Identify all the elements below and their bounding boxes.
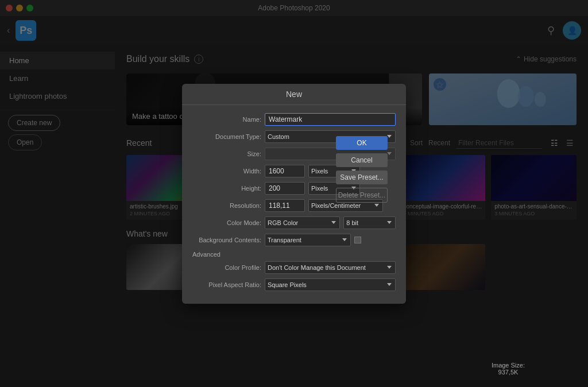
modal-title: New (182, 84, 406, 105)
color-mode-label: Color Mode: (192, 219, 261, 226)
image-size-value: 937,5K (492, 369, 525, 376)
save-preset-button[interactable]: Save Preset... (336, 171, 388, 184)
width-label: Width: (192, 168, 261, 175)
color-profile-select[interactable]: Don't Color Manage this DocumentsRGB IEC… (265, 261, 396, 274)
name-label: Name: (192, 116, 261, 123)
color-mode-row: Color Mode: RGB ColorCMYK ColorGrayscale… (192, 216, 396, 229)
doc-type-label: Document Type: (192, 133, 261, 140)
modal-buttons: OK Cancel Save Preset... Delete Preset..… (336, 136, 388, 203)
background-label: Background Contents: (192, 237, 261, 243)
height-input[interactable] (265, 182, 305, 195)
background-select[interactable]: TransparentWhiteBlackBackground ColorCus… (265, 234, 351, 246)
background-row: Background Contents: TransparentWhiteBla… (192, 234, 396, 246)
advanced-toggle[interactable]: Advanced (192, 251, 396, 258)
resolution-label: Resolution: (192, 202, 261, 209)
ok-button[interactable]: OK (336, 136, 388, 150)
modal-overlay: New Name: Document Type: CustomDefault P… (0, 0, 588, 387)
pixel-aspect-label: Pixel Aspect Ratio: (192, 281, 261, 288)
new-document-modal: New Name: Document Type: CustomDefault P… (182, 84, 406, 304)
color-mode-select[interactable]: RGB ColorCMYK ColorGrayscaleLab ColorBit… (265, 216, 340, 229)
modal-body: Name: Document Type: CustomDefault Photo… (182, 105, 406, 304)
delete-preset-button[interactable]: Delete Preset... (336, 188, 388, 203)
background-checkbox[interactable] (354, 237, 361, 243)
color-profile-row: Color Profile: Don't Color Manage this D… (192, 261, 396, 274)
name-row: Name: (192, 113, 396, 126)
name-input[interactable] (265, 113, 396, 126)
width-input[interactable] (265, 165, 305, 177)
height-label: Height: (192, 185, 261, 192)
pixel-aspect-row: Pixel Aspect Ratio: Square PixelsD1/DV N… (192, 278, 396, 291)
color-depth-select[interactable]: 8 bit16 bit32 bit (343, 216, 396, 229)
pixel-aspect-select[interactable]: Square PixelsD1/DV NTSC (0.91)D1/DV PAL … (265, 278, 396, 291)
advanced-section: Advanced Color Profile: Don't Color Mana… (192, 251, 396, 291)
resolution-input[interactable] (265, 199, 305, 212)
cancel-button[interactable]: Cancel (336, 153, 388, 167)
modal-main: Name: Document Type: CustomDefault Photo… (192, 113, 396, 296)
color-profile-label: Color Profile: (192, 264, 261, 271)
image-size-info: Image Size: 937,5K (492, 362, 525, 376)
size-label: Size: (192, 150, 261, 157)
image-size-label: Image Size: (492, 362, 525, 369)
